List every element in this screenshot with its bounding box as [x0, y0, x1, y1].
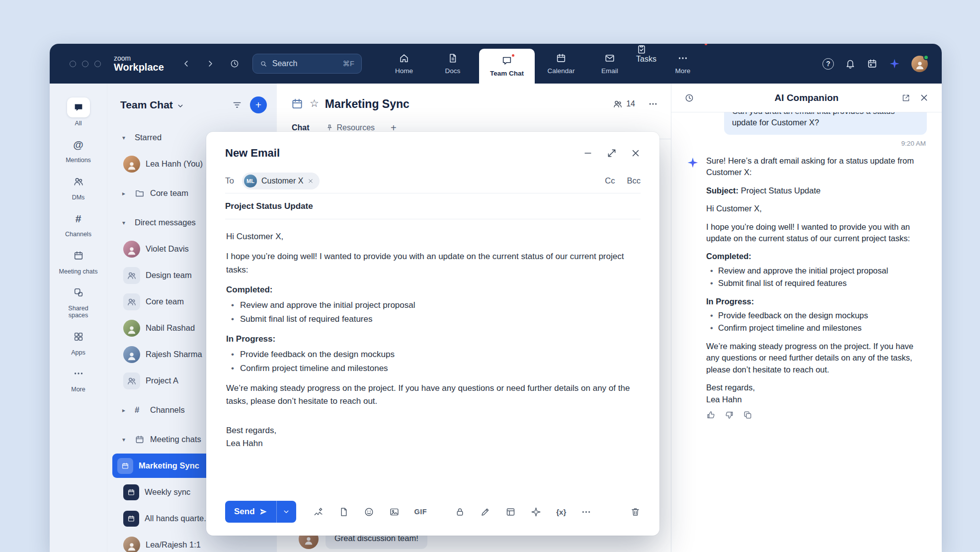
user-avatar[interactable] [911, 56, 928, 72]
history-icon[interactable] [684, 93, 694, 103]
avatar [123, 537, 140, 552]
nav-team-chat[interactable]: Team Chat [479, 49, 535, 84]
filter-icon[interactable] [232, 100, 242, 110]
people-icon [73, 176, 84, 187]
topbar-right-actions: ? [822, 44, 928, 84]
calendar-icon [73, 250, 84, 261]
search-shortcut: ⌘F [342, 60, 354, 68]
open-in-new-icon[interactable] [901, 93, 910, 102]
channel-calendar-icon [291, 97, 304, 110]
window-close-button[interactable] [70, 61, 76, 67]
completed-list: Review and approve the initial project p… [226, 299, 640, 326]
forward-button[interactable] [206, 59, 215, 68]
nav-home[interactable]: Home [382, 44, 426, 84]
expand-icon[interactable] [607, 148, 617, 158]
chevron-down-icon [283, 508, 290, 515]
bcc-button[interactable]: Bcc [627, 176, 641, 185]
nav-email[interactable]: Email [587, 44, 632, 84]
nav-more[interactable]: More [660, 44, 705, 84]
caret-down-icon: ▾ [122, 134, 129, 141]
avatar [123, 320, 140, 337]
send-plane-icon [259, 508, 267, 516]
rail-item-mentions[interactable]: @ Mentions [50, 134, 107, 164]
folder-icon [135, 188, 145, 198]
send-options-button[interactable] [276, 501, 296, 523]
calendar-date-icon[interactable] [867, 58, 878, 69]
help-icon[interactable]: ? [822, 58, 834, 70]
to-field[interactable]: To ML Customer X Cc Bcc [225, 169, 641, 193]
primary-nav: Home Docs Team Chat Calendar Email Tasks [382, 44, 705, 84]
group-avatar [123, 293, 140, 310]
nav-calendar[interactable]: Calendar [539, 44, 583, 84]
emoji-icon[interactable] [364, 507, 374, 517]
rail-item-meeting-chats[interactable]: Meeting chats [50, 246, 107, 275]
template-icon[interactable] [505, 507, 516, 517]
compose-toolbar: Send GIF {x} [206, 492, 659, 536]
rail-item-more[interactable]: More [50, 364, 107, 393]
send-button[interactable]: Send [225, 501, 276, 523]
email-body[interactable]: Hi Customer X, I hope you’re doing well!… [206, 219, 659, 450]
rail-item-apps[interactable]: Apps [50, 327, 107, 356]
rail-item-shared-spaces[interactable]: Shared spaces [50, 282, 107, 319]
rail-item-channels[interactable]: # Channels [50, 208, 107, 238]
minimize-icon[interactable] [583, 148, 593, 158]
ai-feedback-actions [706, 410, 927, 420]
back-button[interactable] [182, 59, 191, 68]
recipient-chip[interactable]: ML Customer X [242, 173, 320, 189]
more-dots-icon [677, 53, 688, 64]
window-controls[interactable] [70, 61, 101, 67]
lock-icon[interactable] [455, 507, 465, 517]
window-minimize-button[interactable] [82, 61, 88, 67]
rail-item-all[interactable]: All [50, 97, 107, 127]
sidebar-title[interactable]: Team Chat [120, 99, 173, 111]
image-icon[interactable] [389, 507, 400, 517]
topbar: zoom Workplace Search ⌘F Home Docs Team … [50, 44, 942, 84]
thumbs-down-icon[interactable] [725, 410, 734, 420]
nav-tasks[interactable]: Tasks [636, 44, 656, 84]
chevron-down-icon[interactable] [177, 102, 184, 109]
search-input[interactable]: Search ⌘F [252, 54, 362, 74]
caret-right-icon: ▸ [122, 190, 129, 197]
variables-icon[interactable]: {x} [556, 508, 566, 516]
ai-compose-sparkle-icon[interactable] [531, 507, 541, 517]
member-count[interactable]: 14 [613, 99, 635, 109]
avatar [123, 156, 140, 173]
caret-right-icon: ▸ [122, 407, 129, 414]
search-placeholder: Search [272, 59, 298, 68]
history-icon [230, 59, 240, 69]
channel-title: Marketing Sync [325, 97, 409, 111]
gif-icon[interactable]: GIF [414, 508, 427, 516]
rail-item-dms[interactable]: DMs [50, 172, 107, 201]
person-icon [914, 60, 925, 71]
copy-icon[interactable] [743, 410, 752, 420]
chevron-left-icon [182, 59, 191, 68]
chat-bubble-icon [73, 102, 84, 113]
hash-icon: # [135, 406, 145, 414]
thumbs-up-icon[interactable] [706, 410, 716, 420]
history-button[interactable] [230, 59, 240, 69]
favorite-star-icon[interactable]: ☆ [310, 97, 319, 109]
close-icon[interactable] [631, 148, 641, 158]
new-chat-button[interactable]: + [250, 96, 267, 113]
notifications-bell-icon[interactable] [845, 58, 856, 69]
cc-button[interactable]: Cc [605, 176, 615, 185]
nav-docs[interactable]: Docs [430, 44, 475, 84]
channel-more-button[interactable] [648, 99, 658, 109]
zoom-workplace-logo: zoom Workplace [114, 55, 164, 73]
edit-pencil-icon[interactable] [480, 507, 490, 517]
window-zoom-button[interactable] [94, 61, 101, 67]
attach-file-icon[interactable] [338, 507, 349, 517]
more-options-icon[interactable] [581, 507, 591, 517]
ai-companion-sparkle-icon[interactable] [889, 58, 900, 70]
team-chat-icon [501, 55, 512, 66]
ai-subject-line: Subject: Project Status Update [706, 185, 927, 196]
ai-sparkle-icon [686, 156, 699, 169]
hash-icon: # [76, 213, 82, 224]
at-icon: @ [73, 139, 83, 150]
signature-icon[interactable] [313, 507, 324, 517]
subject-field[interactable]: Project Status Update [225, 193, 641, 219]
remove-recipient-icon[interactable] [308, 178, 314, 184]
close-icon[interactable] [919, 93, 929, 102]
delete-draft-icon[interactable] [630, 507, 641, 517]
meeting-chat-icon [123, 484, 139, 500]
